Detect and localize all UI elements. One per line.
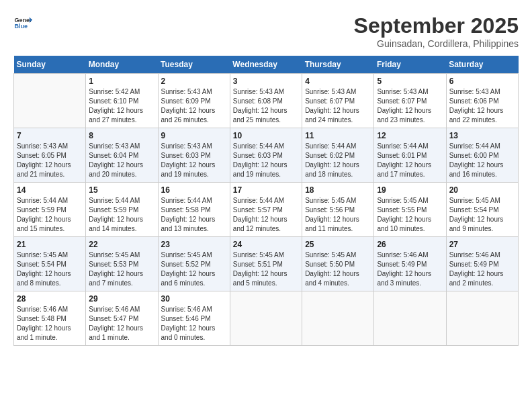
day-detail: Sunrise: 5:45 AM Sunset: 5:56 PM Dayligh… (305, 196, 371, 234)
weekday-header-tuesday: Tuesday (158, 56, 230, 74)
calendar-cell: 22Sunrise: 5:45 AM Sunset: 5:53 PM Dayli… (86, 237, 158, 291)
calendar-cell: 24Sunrise: 5:45 AM Sunset: 5:51 PM Dayli… (230, 237, 302, 291)
day-number: 4 (305, 77, 371, 86)
day-number: 2 (161, 77, 227, 86)
day-number: 6 (449, 77, 515, 86)
day-number: 23 (161, 240, 227, 249)
day-number: 15 (89, 185, 154, 195)
day-detail: Sunrise: 5:46 AM Sunset: 5:46 PM Dayligh… (161, 305, 227, 342)
calendar-cell: 5Sunrise: 5:43 AM Sunset: 6:07 PM Daylig… (374, 74, 446, 128)
day-number: 7 (17, 131, 83, 140)
calendar-cell: 10Sunrise: 5:44 AM Sunset: 6:03 PM Dayli… (230, 128, 302, 183)
day-number: 9 (161, 131, 227, 140)
day-number: 30 (161, 294, 227, 304)
day-detail: Sunrise: 5:43 AM Sunset: 6:06 PM Dayligh… (449, 87, 515, 125)
day-detail: Sunrise: 5:46 AM Sunset: 5:49 PM Dayligh… (449, 250, 515, 288)
day-number: 28 (17, 294, 83, 304)
location-subtitle: Guinsadan, Cordillera, Philippines (354, 38, 519, 49)
calendar-cell (14, 74, 86, 128)
calendar-week-row: 28Sunrise: 5:46 AM Sunset: 5:48 PM Dayli… (14, 291, 519, 346)
weekday-header-friday: Friday (374, 56, 446, 74)
day-number: 29 (89, 294, 154, 304)
day-detail: Sunrise: 5:46 AM Sunset: 5:49 PM Dayligh… (377, 250, 443, 288)
calendar-cell: 17Sunrise: 5:44 AM Sunset: 5:57 PM Dayli… (230, 183, 302, 237)
calendar-header-row: SundayMondayTuesdayWednesdayThursdayFrid… (14, 56, 519, 74)
calendar-cell: 30Sunrise: 5:46 AM Sunset: 5:46 PM Dayli… (158, 291, 230, 346)
svg-text:Blue: Blue (14, 23, 28, 30)
calendar-cell: 15Sunrise: 5:44 AM Sunset: 5:59 PM Dayli… (86, 183, 158, 237)
day-detail: Sunrise: 5:45 AM Sunset: 5:55 PM Dayligh… (377, 196, 443, 234)
calendar-cell: 16Sunrise: 5:44 AM Sunset: 5:58 PM Dayli… (158, 183, 230, 237)
calendar-cell: 4Sunrise: 5:43 AM Sunset: 6:07 PM Daylig… (302, 74, 374, 128)
calendar-week-row: 21Sunrise: 5:45 AM Sunset: 5:54 PM Dayli… (14, 237, 519, 291)
day-detail: Sunrise: 5:44 AM Sunset: 5:58 PM Dayligh… (161, 196, 227, 234)
calendar-cell: 27Sunrise: 5:46 AM Sunset: 5:49 PM Dayli… (446, 237, 518, 291)
calendar-cell: 13Sunrise: 5:44 AM Sunset: 6:00 PM Dayli… (446, 128, 518, 183)
day-number: 1 (89, 77, 154, 86)
calendar-cell: 19Sunrise: 5:45 AM Sunset: 5:55 PM Dayli… (374, 183, 446, 237)
month-title: September 2025 (354, 13, 519, 38)
calendar-cell: 2Sunrise: 5:43 AM Sunset: 6:09 PM Daylig… (158, 74, 230, 128)
calendar-cell: 11Sunrise: 5:44 AM Sunset: 6:02 PM Dayli… (302, 128, 374, 183)
day-number: 13 (449, 131, 515, 140)
day-number: 22 (89, 240, 154, 249)
day-number: 12 (377, 131, 443, 140)
weekday-header-sunday: Sunday (14, 56, 86, 74)
day-number: 25 (305, 240, 371, 249)
day-detail: Sunrise: 5:43 AM Sunset: 6:07 PM Dayligh… (377, 87, 443, 125)
calendar-week-row: 14Sunrise: 5:44 AM Sunset: 5:59 PM Dayli… (14, 183, 519, 237)
calendar-cell: 21Sunrise: 5:45 AM Sunset: 5:54 PM Dayli… (14, 237, 86, 291)
calendar-cell (374, 291, 446, 346)
day-detail: Sunrise: 5:44 AM Sunset: 5:57 PM Dayligh… (233, 196, 299, 234)
calendar-cell: 6Sunrise: 5:43 AM Sunset: 6:06 PM Daylig… (446, 74, 518, 128)
day-detail: Sunrise: 5:45 AM Sunset: 5:52 PM Dayligh… (161, 250, 227, 288)
calendar-cell: 28Sunrise: 5:46 AM Sunset: 5:48 PM Dayli… (14, 291, 86, 346)
calendar-cell: 29Sunrise: 5:46 AM Sunset: 5:47 PM Dayli… (86, 291, 158, 346)
page-header: General Blue September 2025 Guinsadan, C… (13, 13, 519, 49)
day-number: 11 (305, 131, 371, 140)
day-detail: Sunrise: 5:46 AM Sunset: 5:47 PM Dayligh… (89, 305, 154, 342)
day-number: 18 (305, 185, 371, 195)
calendar-week-row: 7Sunrise: 5:43 AM Sunset: 6:05 PM Daylig… (14, 128, 519, 183)
day-number: 26 (377, 240, 443, 249)
day-detail: Sunrise: 5:43 AM Sunset: 6:03 PM Dayligh… (161, 142, 227, 179)
day-detail: Sunrise: 5:43 AM Sunset: 6:04 PM Dayligh… (89, 142, 154, 179)
calendar-cell: 26Sunrise: 5:46 AM Sunset: 5:49 PM Dayli… (374, 237, 446, 291)
day-number: 16 (161, 185, 227, 195)
day-number: 21 (17, 240, 83, 249)
day-detail: Sunrise: 5:42 AM Sunset: 6:10 PM Dayligh… (89, 87, 154, 125)
day-detail: Sunrise: 5:46 AM Sunset: 5:48 PM Dayligh… (17, 305, 83, 342)
calendar-body: 1Sunrise: 5:42 AM Sunset: 6:10 PM Daylig… (14, 74, 519, 346)
weekday-header-wednesday: Wednesday (230, 56, 302, 74)
day-detail: Sunrise: 5:43 AM Sunset: 6:07 PM Dayligh… (305, 87, 371, 125)
day-detail: Sunrise: 5:44 AM Sunset: 5:59 PM Dayligh… (17, 196, 83, 234)
day-number: 24 (233, 240, 299, 249)
day-detail: Sunrise: 5:45 AM Sunset: 5:50 PM Dayligh… (305, 250, 371, 288)
calendar-cell: 9Sunrise: 5:43 AM Sunset: 6:03 PM Daylig… (158, 128, 230, 183)
calendar-cell: 3Sunrise: 5:43 AM Sunset: 6:08 PM Daylig… (230, 74, 302, 128)
calendar-cell: 12Sunrise: 5:44 AM Sunset: 6:01 PM Dayli… (374, 128, 446, 183)
calendar-cell: 8Sunrise: 5:43 AM Sunset: 6:04 PM Daylig… (86, 128, 158, 183)
day-detail: Sunrise: 5:45 AM Sunset: 5:53 PM Dayligh… (89, 250, 154, 288)
day-number: 14 (17, 185, 83, 195)
calendar-cell (230, 291, 302, 346)
calendar-week-row: 1Sunrise: 5:42 AM Sunset: 6:10 PM Daylig… (14, 74, 519, 128)
day-detail: Sunrise: 5:43 AM Sunset: 6:05 PM Dayligh… (17, 142, 83, 179)
weekday-header-saturday: Saturday (446, 56, 518, 74)
day-detail: Sunrise: 5:45 AM Sunset: 5:54 PM Dayligh… (17, 250, 83, 288)
day-detail: Sunrise: 5:43 AM Sunset: 6:09 PM Dayligh… (161, 87, 227, 125)
calendar-cell: 1Sunrise: 5:42 AM Sunset: 6:10 PM Daylig… (86, 74, 158, 128)
day-detail: Sunrise: 5:44 AM Sunset: 5:59 PM Dayligh… (89, 196, 154, 234)
day-number: 27 (449, 240, 515, 249)
calendar-cell: 7Sunrise: 5:43 AM Sunset: 6:05 PM Daylig… (14, 128, 86, 183)
calendar-cell: 20Sunrise: 5:45 AM Sunset: 5:54 PM Dayli… (446, 183, 518, 237)
day-detail: Sunrise: 5:45 AM Sunset: 5:51 PM Dayligh… (233, 250, 299, 288)
day-detail: Sunrise: 5:44 AM Sunset: 6:02 PM Dayligh… (305, 142, 371, 179)
day-number: 5 (377, 77, 443, 86)
calendar-cell: 18Sunrise: 5:45 AM Sunset: 5:56 PM Dayli… (302, 183, 374, 237)
day-detail: Sunrise: 5:45 AM Sunset: 5:54 PM Dayligh… (449, 196, 515, 234)
logo: General Blue (13, 13, 32, 32)
title-block: September 2025 Guinsadan, Cordillera, Ph… (354, 13, 519, 49)
day-number: 3 (233, 77, 299, 86)
calendar-cell (446, 291, 518, 346)
